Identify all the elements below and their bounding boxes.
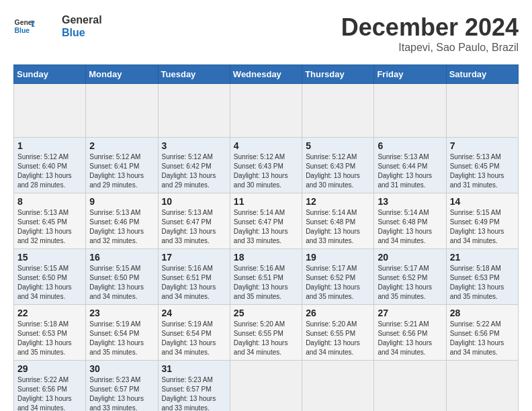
day-number: 14 [450,196,515,207]
day-number: 21 [450,252,515,263]
calendar-header-row: SundayMondayTuesdayWednesdayThursdayFrid… [14,65,519,84]
svg-text:Blue: Blue [15,27,30,34]
day-info: Sunrise: 5:17 AMSunset: 6:52 PMDaylight:… [306,264,370,302]
calendar-day-cell: 21Sunrise: 5:18 AMSunset: 6:53 PMDayligh… [446,249,518,305]
day-info: Sunrise: 5:17 AMSunset: 6:52 PMDaylight:… [378,264,442,302]
calendar-day-cell: 28Sunrise: 5:22 AMSunset: 6:56 PMDayligh… [446,305,518,361]
calendar-day-cell [446,84,518,138]
calendar-day-cell: 24Sunrise: 5:19 AMSunset: 6:54 PMDayligh… [158,305,230,361]
calendar-day-cell [14,84,86,138]
calendar-week-row: 29Sunrise: 5:22 AMSunset: 6:56 PMDayligh… [14,361,519,412]
calendar-day-cell: 8Sunrise: 5:13 AMSunset: 6:45 PMDaylight… [14,193,86,249]
calendar-day-cell [302,361,374,412]
day-number: 20 [378,252,442,263]
header: General Blue General Blue December 2024 … [13,13,519,54]
day-number: 9 [89,196,154,207]
day-info: Sunrise: 5:20 AMSunset: 6:55 PMDaylight:… [234,320,298,357]
calendar-header-cell: Tuesday [158,65,230,84]
day-number: 16 [89,252,154,263]
day-number: 26 [306,308,370,318]
calendar-day-cell: 17Sunrise: 5:16 AMSunset: 6:51 PMDayligh… [158,249,230,305]
logo-general: General [62,13,102,26]
day-info: Sunrise: 5:12 AMSunset: 6:41 PMDaylight:… [89,152,154,190]
month-title: December 2024 [341,13,519,42]
calendar-header-cell: Monday [86,65,158,84]
calendar-header-cell: Sunday [14,65,86,84]
day-info: Sunrise: 5:13 AMSunset: 6:44 PMDaylight:… [378,152,442,190]
logo-icon: General Blue [13,15,35,37]
day-number: 28 [450,308,515,318]
day-number: 3 [162,140,226,151]
day-number: 5 [306,140,370,151]
day-number: 6 [378,140,442,151]
location-title: Itapevi, Sao Paulo, Brazil [341,42,519,54]
calendar-day-cell: 30Sunrise: 5:23 AMSunset: 6:57 PMDayligh… [86,361,158,412]
day-number: 18 [234,252,298,263]
calendar-day-cell [86,84,158,138]
day-info: Sunrise: 5:13 AMSunset: 6:47 PMDaylight:… [162,208,226,246]
calendar-week-row: 1Sunrise: 5:12 AMSunset: 6:40 PMDaylight… [14,138,519,193]
day-info: Sunrise: 5:14 AMSunset: 6:47 PMDaylight:… [234,208,298,246]
day-info: Sunrise: 5:20 AMSunset: 6:55 PMDaylight:… [306,320,370,357]
day-info: Sunrise: 5:12 AMSunset: 6:40 PMDaylight:… [17,152,82,190]
calendar-day-cell: 29Sunrise: 5:22 AMSunset: 6:56 PMDayligh… [14,361,86,412]
day-info: Sunrise: 5:19 AMSunset: 6:54 PMDaylight:… [89,320,154,357]
day-number: 31 [162,363,226,374]
calendar-day-cell: 14Sunrise: 5:15 AMSunset: 6:49 PMDayligh… [446,193,518,249]
calendar-header-cell: Wednesday [230,65,302,84]
day-number: 29 [17,363,82,374]
day-info: Sunrise: 5:23 AMSunset: 6:57 PMDaylight:… [89,375,154,411]
calendar-day-cell: 27Sunrise: 5:21 AMSunset: 6:56 PMDayligh… [374,305,446,361]
calendar-day-cell [230,361,302,412]
day-info: Sunrise: 5:12 AMSunset: 6:43 PMDaylight:… [306,152,370,190]
calendar-header-cell: Saturday [446,65,518,84]
day-info: Sunrise: 5:15 AMSunset: 6:50 PMDaylight:… [17,264,82,302]
day-number: 24 [162,308,226,318]
calendar-week-row [14,84,519,138]
calendar-day-cell: 9Sunrise: 5:13 AMSunset: 6:46 PMDaylight… [86,193,158,249]
day-info: Sunrise: 5:12 AMSunset: 6:43 PMDaylight:… [234,152,298,190]
day-info: Sunrise: 5:18 AMSunset: 6:53 PMDaylight:… [450,264,515,302]
day-info: Sunrise: 5:14 AMSunset: 6:48 PMDaylight:… [378,208,442,246]
day-info: Sunrise: 5:12 AMSunset: 6:42 PMDaylight:… [162,152,226,190]
calendar-day-cell [302,84,374,138]
day-info: Sunrise: 5:22 AMSunset: 6:56 PMDaylight:… [17,375,82,411]
calendar-day-cell: 23Sunrise: 5:19 AMSunset: 6:54 PMDayligh… [86,305,158,361]
day-number: 17 [162,252,226,263]
calendar-day-cell [374,361,446,412]
day-number: 8 [17,196,82,207]
calendar-header-cell: Thursday [302,65,374,84]
day-info: Sunrise: 5:23 AMSunset: 6:57 PMDaylight:… [162,375,226,411]
logo: General Blue General Blue [13,13,102,39]
calendar-day-cell: 31Sunrise: 5:23 AMSunset: 6:57 PMDayligh… [158,361,230,412]
calendar-day-cell [158,84,230,138]
title-area: December 2024 Itapevi, Sao Paulo, Brazil [341,13,519,54]
calendar-day-cell: 7Sunrise: 5:13 AMSunset: 6:45 PMDaylight… [446,138,518,193]
day-number: 23 [89,308,154,318]
day-number: 13 [378,196,442,207]
day-info: Sunrise: 5:13 AMSunset: 6:45 PMDaylight:… [450,152,515,190]
day-number: 19 [306,252,370,263]
day-info: Sunrise: 5:22 AMSunset: 6:56 PMDaylight:… [450,320,515,357]
day-number: 12 [306,196,370,207]
calendar-week-row: 22Sunrise: 5:18 AMSunset: 6:53 PMDayligh… [14,305,519,361]
day-info: Sunrise: 5:21 AMSunset: 6:56 PMDaylight:… [378,320,442,357]
calendar-day-cell: 5Sunrise: 5:12 AMSunset: 6:43 PMDaylight… [302,138,374,193]
day-number: 11 [234,196,298,207]
calendar-day-cell: 18Sunrise: 5:16 AMSunset: 6:51 PMDayligh… [230,249,302,305]
calendar-day-cell: 1Sunrise: 5:12 AMSunset: 6:40 PMDaylight… [14,138,86,193]
day-info: Sunrise: 5:14 AMSunset: 6:48 PMDaylight:… [306,208,370,246]
calendar-day-cell: 10Sunrise: 5:13 AMSunset: 6:47 PMDayligh… [158,193,230,249]
day-number: 22 [17,308,82,318]
calendar-day-cell: 16Sunrise: 5:15 AMSunset: 6:50 PMDayligh… [86,249,158,305]
day-info: Sunrise: 5:15 AMSunset: 6:50 PMDaylight:… [89,264,154,302]
calendar-day-cell [230,84,302,138]
calendar-day-cell: 20Sunrise: 5:17 AMSunset: 6:52 PMDayligh… [374,249,446,305]
calendar-day-cell: 12Sunrise: 5:14 AMSunset: 6:48 PMDayligh… [302,193,374,249]
calendar-day-cell: 25Sunrise: 5:20 AMSunset: 6:55 PMDayligh… [230,305,302,361]
calendar-day-cell: 15Sunrise: 5:15 AMSunset: 6:50 PMDayligh… [14,249,86,305]
day-number: 30 [89,363,154,374]
calendar-day-cell [446,361,518,412]
day-info: Sunrise: 5:18 AMSunset: 6:53 PMDaylight:… [17,320,82,357]
calendar-day-cell: 26Sunrise: 5:20 AMSunset: 6:55 PMDayligh… [302,305,374,361]
